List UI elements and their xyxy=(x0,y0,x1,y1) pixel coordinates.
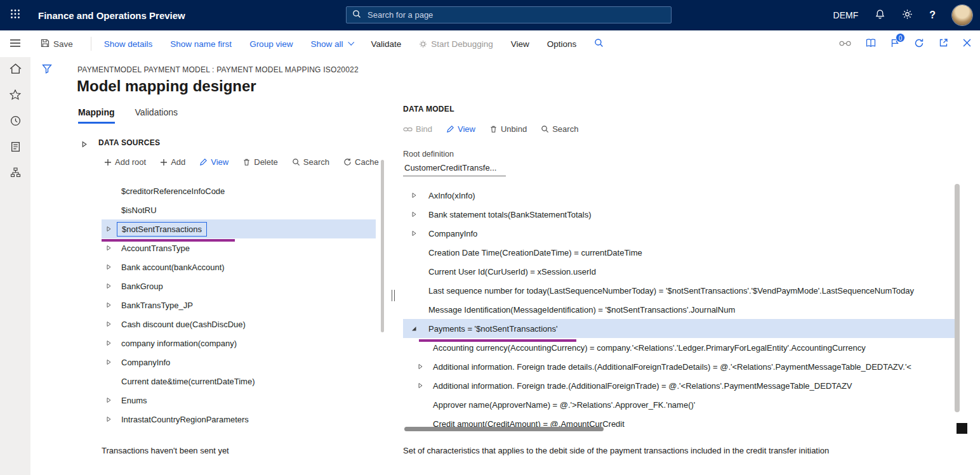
actionbar-search-button[interactable] xyxy=(594,38,604,49)
expand-icon[interactable] xyxy=(105,264,113,270)
data-model-description: Set of characteristics that applies to t… xyxy=(403,446,829,455)
cache-button[interactable]: Cache xyxy=(343,157,379,167)
tree-item-message-identification-messageidentificati[interactable]: Message Identification(MessageIdentifica… xyxy=(403,300,959,319)
expand-icon[interactable] xyxy=(105,283,113,289)
page-search-input[interactable] xyxy=(366,10,665,20)
unbind-button[interactable]: Unbind xyxy=(489,124,527,134)
filter-button[interactable] xyxy=(42,64,52,76)
favorites-button[interactable] xyxy=(4,86,27,106)
expand-icon[interactable] xyxy=(105,340,113,346)
tree-item-current-date-time-currentdatetime[interactable]: Current date&time(currentDateTime) xyxy=(102,372,376,391)
expand-icon[interactable] xyxy=(105,302,113,308)
horizontal-scrollbar[interactable] xyxy=(404,427,604,431)
tree-item-payments-$notsenttransactions[interactable]: Payments = '$notSentTransactions' xyxy=(403,319,959,338)
root-definition-field[interactable]: CustomerCreditTransfe... xyxy=(403,162,506,176)
workspaces-button[interactable] xyxy=(4,164,27,184)
tree-item-company-information-company[interactable]: company information(company) xyxy=(102,334,376,353)
tree-item-$isnotru[interactable]: $isNotRU xyxy=(102,200,376,219)
actionbar-show-details-button[interactable]: Show details xyxy=(104,39,153,49)
journal-button[interactable] xyxy=(4,138,27,158)
tree-item-bank-statement-totals-bankstatementtotals[interactable]: Bank statement totals(BankStatementTotal… xyxy=(403,205,959,224)
settings-button[interactable] xyxy=(902,9,913,22)
tree-item-$notsenttransactions[interactable]: $notSentTransactions xyxy=(102,219,376,238)
tree-item-bank-account-bankaccount[interactable]: Bank account(bankAccount) xyxy=(102,257,376,277)
refresh-icon xyxy=(914,41,924,50)
tree-item-intrastatcountryregionparameters[interactable]: IntrastatCountryRegionParameters xyxy=(102,410,376,429)
add-button[interactable]: Add xyxy=(160,157,185,167)
app-title[interactable]: Finance and Operations Preview xyxy=(38,10,185,21)
add-root-button[interactable]: Add root xyxy=(104,157,146,167)
bind-button[interactable]: Bind xyxy=(403,124,432,134)
actionbar-start-debugging-button[interactable]: Start Debugging xyxy=(419,39,493,49)
tree-item-creation-date-time-creationdatetime-curren[interactable]: Creation Date Time(CreationDateTime) = c… xyxy=(403,243,959,262)
expand-icon[interactable] xyxy=(105,321,113,327)
expand-icon[interactable] xyxy=(411,192,418,198)
expand-icon[interactable] xyxy=(105,359,113,365)
page-search-box[interactable] xyxy=(346,6,672,23)
expand-icon[interactable] xyxy=(105,226,113,232)
data-model-scrollbar[interactable] xyxy=(955,184,960,412)
tree-item-label: BankGroup xyxy=(121,282,163,291)
tree-item-additional-information-foreign-trade-addit[interactable]: Additional information. Foreign trade.(A… xyxy=(403,376,959,395)
tree-item-bankgroup[interactable]: BankGroup xyxy=(102,277,376,296)
refresh-button[interactable] xyxy=(914,38,924,50)
app-launcher-button[interactable] xyxy=(0,0,30,30)
help-button[interactable]: ? xyxy=(929,10,936,21)
tree-item-current-user-id-curuserid-xsession-userid[interactable]: Current User Id(CurUserId) = xSession.us… xyxy=(403,262,959,281)
expand-icon[interactable] xyxy=(411,230,418,237)
actionbar-show-all-button[interactable]: Show all xyxy=(310,39,353,49)
actionbar-group-view-button[interactable]: Group view xyxy=(249,39,293,49)
tree-item-credit-amount-creditamount-amountcurcredit[interactable]: Credit amount(CreditAmount) = @.AmountCu… xyxy=(403,414,959,427)
flag-button[interactable]: 0 xyxy=(891,38,899,50)
star-icon xyxy=(10,89,21,103)
tree-item-companyinfo[interactable]: CompanyInfo xyxy=(102,353,376,372)
search-icon xyxy=(352,10,366,21)
view-button[interactable]: View xyxy=(199,157,228,167)
expand-icon[interactable] xyxy=(105,397,113,403)
view-button[interactable]: View xyxy=(446,124,475,134)
tree-item-banktranstype-jp[interactable]: BankTransType_JP xyxy=(102,296,376,315)
tree-item-label: CompanyInfo xyxy=(121,358,170,367)
actionbar-label: Show details xyxy=(104,39,153,49)
tab-validations[interactable]: Validations xyxy=(135,107,178,124)
reading-pane-button[interactable] xyxy=(866,39,876,49)
collapse-icon[interactable] xyxy=(411,325,418,332)
expand-icon[interactable] xyxy=(417,382,425,389)
expand-icon[interactable] xyxy=(417,363,425,370)
breadcrumb: PAYMENTMODEL PAYMENT MODEL : PAYMENT MOD… xyxy=(77,65,359,74)
tree-item-approver-name-approvername-relations-appro[interactable]: Approver name(ApproverName) = @.'>Relati… xyxy=(403,395,959,414)
search-button[interactable]: Search xyxy=(292,157,329,167)
panel-splitter-handle[interactable] xyxy=(392,290,395,301)
pencil-icon xyxy=(199,158,208,166)
open-in-new-window-button[interactable] xyxy=(939,38,948,49)
actionbar-view-button[interactable]: View xyxy=(511,39,529,49)
expand-icon[interactable] xyxy=(411,211,418,218)
delete-button[interactable]: Delete xyxy=(242,157,278,167)
tab-mapping[interactable]: Mapping xyxy=(78,107,115,124)
tree-item-companyinfo[interactable]: CompanyInfo xyxy=(403,224,959,243)
recent-button[interactable] xyxy=(4,112,27,132)
actionbar-show-name-first-button[interactable]: Show name first xyxy=(170,39,232,49)
close-button[interactable] xyxy=(963,39,971,49)
tree-item-last-sequence-number-for-today-lastsequenc[interactable]: Last sequence number for today(LastSeque… xyxy=(403,281,959,300)
actionbar-validate-button[interactable]: Validate xyxy=(371,39,401,49)
datasources-expand-icon[interactable] xyxy=(81,139,88,150)
save-button[interactable]: Save xyxy=(41,39,73,49)
tree-item-enums[interactable]: Enums xyxy=(102,391,376,410)
tree-item-$creditorreferenceinfocode[interactable]: $creditorReferenceInfoCode xyxy=(102,181,376,200)
hamburger-menu-button[interactable] xyxy=(0,30,30,57)
search-button[interactable]: Search xyxy=(541,124,578,134)
home-button[interactable] xyxy=(4,60,27,80)
datasources-scrollbar[interactable] xyxy=(381,160,384,332)
notifications-button[interactable] xyxy=(875,9,885,22)
actionbar-options-button[interactable]: Options xyxy=(547,39,577,49)
tree-item-cash-discount-due-cashdiscdue[interactable]: Cash discount due(CashDiscDue) xyxy=(102,315,376,334)
tree-item-axinfo-xinfo[interactable]: AxInfo(xInfo) xyxy=(403,186,959,205)
expand-icon[interactable] xyxy=(105,416,113,422)
tree-item-label: Message Identification(MessageIdentifica… xyxy=(428,305,735,315)
tree-item-label: Bank account(bankAccount) xyxy=(121,263,225,272)
expand-icon[interactable] xyxy=(105,245,113,251)
tree-item-additional-information-foreign-trade-detai[interactable]: Additional information. Foreign trade de… xyxy=(403,357,959,376)
avatar[interactable] xyxy=(952,5,972,25)
company-picker[interactable]: DEMF xyxy=(833,10,859,20)
